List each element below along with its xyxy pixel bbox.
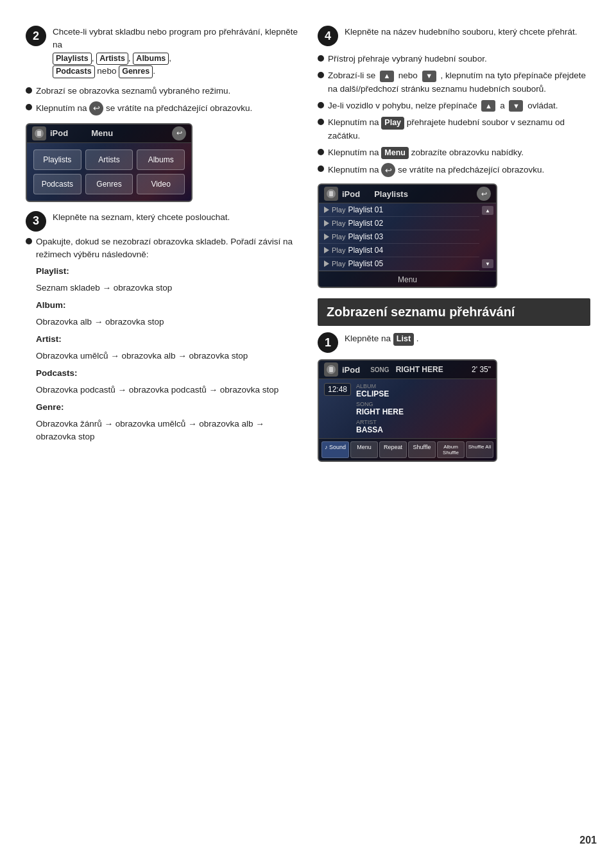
ipod-menu-grid: Playlists Artists Albums Podcasts Genres… [27, 143, 191, 201]
podcasts-text: Obrazovka podcastů → obrazovka podcastů … [36, 384, 298, 397]
play-label-5: Play [332, 260, 345, 268]
ipod-playlists-title: Playlists [374, 189, 408, 199]
artist-text: Obrazovka umělců → obrazovka alb → obraz… [36, 350, 298, 363]
step-3-circle: 3 [26, 211, 46, 232]
right-bullet-3: Je-li vozidlo v pohybu, nelze přepínače … [318, 99, 590, 112]
ipod-titlebar-playback: iPod SONG RIGHT HERE 2' 35" [319, 361, 496, 379]
pb-shuffle-btn[interactable]: Shuffle [408, 441, 436, 458]
album-section: ALBUM ECLIPSE [356, 383, 491, 398]
nebo-text: nebo [97, 66, 119, 76]
ipod-menu-bottom-label[interactable]: Menu [398, 275, 417, 284]
playlist-row-4[interactable]: Play Playlist 04 [319, 244, 479, 257]
genre-title: Genre: [36, 401, 298, 414]
ipod-time-display: 2' 35" [472, 365, 491, 374]
ipod-btn-podcasts[interactable]: Podcasts [33, 174, 81, 194]
right-bullet-4-text: Klepnutím na Play přehrajete hudební sou… [328, 116, 590, 142]
scroll-buttons: ▲ ▼ [479, 203, 496, 271]
back-icon-right: ↩ [381, 163, 395, 177]
step-4-circle: 4 [318, 26, 338, 46]
playlist-text: Seznam skladeb → obrazovka stop [36, 282, 298, 295]
playlist-title: Playlist: [36, 265, 298, 278]
step-3-text: Klepněte na seznam, který chcete poslouc… [53, 211, 298, 224]
ipod-btn-playlists[interactable]: Playlists [33, 149, 81, 170]
artist-label-body: ARTIST [356, 419, 491, 425]
bullet-1-text: Zobrazí se obrazovka seznamů vybraného r… [36, 85, 230, 98]
scroll-down-btn[interactable]: ▼ [482, 259, 493, 268]
genre-text: Obrazovka žánrů → obrazovka umělců → obr… [36, 418, 298, 445]
scroll-up-btn[interactable]: ▲ [482, 206, 493, 215]
tag-podcasts[interactable]: Podcasts [53, 65, 95, 78]
song-section: SONG RIGHT HERE [356, 401, 491, 416]
right-bullet-dot-1 [318, 55, 324, 62]
right-bullet-2: Zobrazí-li se ▲ nebo ▼ , klepnutím na ty… [318, 69, 590, 96]
song-value: RIGHT HERE [356, 407, 491, 416]
tag-albums[interactable]: Albums [133, 53, 169, 65]
playlist-row-2[interactable]: Play Playlist 02 [319, 217, 479, 230]
ipod-song-name-top: RIGHT HERE [396, 365, 443, 374]
bullet-dot-3 [26, 238, 32, 244]
step-2-description: Chcete-li vybrat skladbu nebo program pr… [53, 27, 298, 49]
ipod-menu-bottom: Menu [319, 271, 496, 287]
page-number: 201 [579, 835, 597, 846]
tag-genres[interactable]: Genres [119, 65, 153, 78]
svg-rect-5 [329, 367, 333, 372]
play-label-2: Play [332, 219, 345, 227]
playlist-name-5: Playlist 05 [348, 259, 383, 268]
down-arrow-icon-2: ▼ [509, 100, 523, 112]
step-3-header: 3 Klepněte na seznam, který chcete poslo… [26, 211, 298, 232]
ipod-titlebar-left-1: iPod Menu [32, 126, 113, 140]
pb-menu-btn[interactable]: Menu [350, 441, 378, 458]
tag-list[interactable]: List [393, 333, 414, 346]
ipod-back-btn-1[interactable]: ↩ [172, 126, 186, 140]
up-arrow-icon-2: ▲ [481, 100, 495, 112]
bullet-1: Zobrazí se obrazovka seznamů vybraného r… [26, 85, 298, 98]
pb-repeat-btn[interactable]: Repeat [379, 441, 407, 458]
right-bullet-3-text: Je-li vozidlo v pohybu, nelze přepínače … [328, 99, 558, 112]
tag-artists[interactable]: Artists [96, 53, 128, 65]
playlist-name-3: Playlist 03 [348, 232, 383, 241]
up-arrow-icon: ▲ [380, 71, 394, 82]
ipod-label-playlists: iPod [342, 189, 360, 199]
step-2-text: Chcete-li vybrat skladbu nebo program pr… [53, 26, 298, 78]
pb-sound-btn[interactable]: ♪ Sound [321, 441, 349, 458]
tag-menu[interactable]: Menu [381, 147, 409, 160]
ipod-btn-video[interactable]: Video [137, 174, 185, 194]
play-triangle-5 [324, 260, 329, 267]
pb-album-shuffle-btn[interactable]: Album Shuffle [437, 441, 465, 458]
right-column: 4 Klepněte na název hudebního souboru, k… [318, 26, 590, 470]
playlist-name-4: Playlist 04 [348, 246, 383, 255]
bullet-3: Opakujte, dokud se nezobrazí obrazovka s… [26, 235, 298, 262]
step-4-text: Klepněte na název hudebního souboru, kte… [345, 26, 590, 38]
ipod-icon-1 [32, 126, 46, 140]
tag-playlists[interactable]: Playlists [53, 53, 92, 65]
right-bullet-5: Klepnutím na Menu zobrazíte obrazovku na… [318, 146, 590, 160]
playlist-row-5[interactable]: Play Playlist 05 [319, 257, 479, 271]
step-1-text: Klepněte na List . [345, 332, 590, 346]
playlist-row-1[interactable]: Play Playlist 01 [319, 203, 479, 217]
tag-play[interactable]: Play [381, 117, 404, 130]
play-label-4: Play [332, 246, 345, 254]
page: 2 Chcete-li vybrat skladbu nebo program … [0, 0, 616, 859]
right-bullet-dot-3 [318, 102, 324, 108]
ipod-btn-artists[interactable]: Artists [85, 149, 133, 170]
right-bullet-6: Klepnutím na ↩ se vrátíte na předcházejí… [318, 163, 590, 177]
right-bullet-6-text: Klepnutím na ↩ se vrátíte na předcházejí… [328, 163, 544, 177]
left-column: 2 Chcete-li vybrat skladbu nebo program … [26, 26, 298, 470]
ipod-btn-albums[interactable]: Albums [137, 149, 185, 170]
ipod-menu-title: Menu [91, 128, 113, 138]
step-2-header: 2 Chcete-li vybrat skladbu nebo program … [26, 26, 298, 78]
pb-shuffle-all-btn[interactable]: Shuffle All [466, 441, 493, 458]
playlist-name-1: Playlist 01 [348, 205, 383, 214]
ipod-btn-genres[interactable]: Genres [85, 174, 133, 194]
ipod-back-btn-playlists[interactable]: ↩ [477, 187, 491, 201]
podcasts-title: Podcasts: [36, 367, 298, 380]
right-bullet-1-text: Přístroj přehraje vybraný hudební soubor… [328, 53, 487, 65]
album-text: Obrazovka alb → obrazovka stop [36, 316, 298, 329]
right-bullet-2-text: Zobrazí-li se ▲ nebo ▼ , klepnutím na ty… [328, 69, 590, 96]
ipod-playlist-area: Play Playlist 01 Play Playlist 02 Play P… [319, 203, 496, 271]
playlist-row-3[interactable]: Play Playlist 03 [319, 230, 479, 244]
down-arrow-icon: ▼ [422, 71, 436, 82]
right-bullet-dot-2 [318, 72, 324, 78]
right-bullet-1: Přístroj přehraje vybraný hudební soubor… [318, 53, 590, 65]
ipod-current-time: 12:48 [324, 383, 351, 396]
